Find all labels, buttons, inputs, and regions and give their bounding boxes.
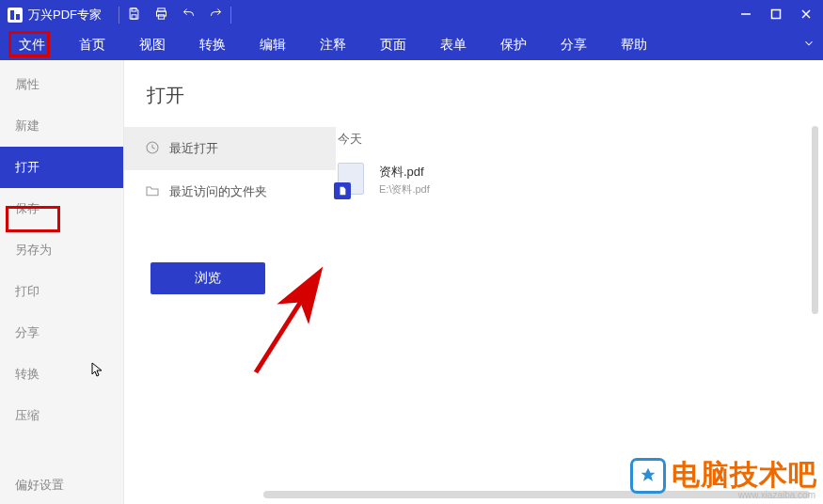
recent-file-item[interactable]: 资料.pdf E:\资料.pdf [338,163,823,197]
svg-rect-6 [772,9,781,18]
recent-files-pane: 今天 资料.pdf E:\资料.pdf [336,127,823,504]
menu-home[interactable]: 首页 [62,30,122,60]
titlebar-divider [230,7,231,24]
menu-view[interactable]: 视图 [122,30,182,60]
close-button[interactable] [800,8,812,23]
sidebar-item-properties[interactable]: 属性 [0,64,123,105]
minimize-button[interactable] [740,8,752,23]
folder-icon [145,183,160,201]
menu-help[interactable]: 帮助 [604,30,664,60]
svg-rect-4 [158,15,164,19]
app-title: 万兴PDF专家 [28,7,102,24]
section-label-today: 今天 [338,131,823,148]
open-options-pane: 最近打开 最近访问的文件夹 浏览 [124,127,336,504]
sidebar-item-convert[interactable]: 转换 [0,354,123,395]
sidebar-item-open[interactable]: 打开 [0,147,123,188]
menu-bar: 文件 首页 视图 转换 编辑 注释 页面 表单 保护 分享 帮助 [0,30,823,60]
clock-icon [145,140,160,158]
file-name: 资料.pdf [379,164,430,181]
sidebar-item-print[interactable]: 打印 [0,271,123,312]
menu-convert[interactable]: 转换 [182,30,243,60]
title-bar: 万兴PDF专家 [0,0,823,30]
svg-rect-0 [132,8,136,11]
option-recent-files[interactable]: 最近打开 [124,127,336,170]
sidebar-item-save[interactable]: 保存 [0,188,123,229]
main-panel: 打开 最近打开 最近访问的文件夹 浏览 今天 [124,60,823,504]
pdf-file-icon [338,163,366,197]
menu-comment[interactable]: 注释 [303,30,363,60]
sidebar-item-new[interactable]: 新建 [0,105,123,147]
menu-page[interactable]: 页面 [363,30,423,60]
browse-button[interactable]: 浏览 [150,262,265,294]
vertical-scrollbar[interactable] [812,126,818,314]
redo-icon[interactable] [209,7,223,24]
sidebar-item-share[interactable]: 分享 [0,312,123,354]
sidebar-item-saveas[interactable]: 另存为 [0,229,123,271]
menu-more-icon[interactable] [802,37,815,54]
sidebar-item-compress[interactable]: 压缩 [0,395,123,436]
horizontal-scrollbar[interactable] [263,491,810,498]
sidebar-item-preferences[interactable]: 偏好设置 [0,465,123,504]
menu-protect[interactable]: 保护 [483,30,544,60]
content-area: 属性 新建 打开 保存 另存为 打印 分享 转换 压缩 偏好设置 打开 最近打开… [0,60,823,504]
save-icon[interactable] [127,7,141,24]
menu-form[interactable]: 表单 [423,30,483,60]
file-path: E:\资料.pdf [379,182,430,197]
maximize-button[interactable] [770,8,782,23]
app-logo-icon [8,8,23,23]
option-label: 最近打开 [169,140,218,157]
menu-edit[interactable]: 编辑 [243,30,303,60]
titlebar-divider [119,7,119,24]
menu-file[interactable]: 文件 [2,30,62,60]
option-recent-folders[interactable]: 最近访问的文件夹 [124,170,336,213]
svg-rect-1 [132,15,136,19]
undo-icon[interactable] [182,7,196,24]
option-label: 最近访问的文件夹 [169,183,267,200]
window-controls [740,8,817,23]
file-sidebar: 属性 新建 打开 保存 另存为 打印 分享 转换 压缩 偏好设置 [0,60,124,504]
print-icon[interactable] [154,7,168,24]
menu-share[interactable]: 分享 [544,30,604,60]
page-title: 打开 [147,83,823,108]
quick-actions [127,7,223,24]
